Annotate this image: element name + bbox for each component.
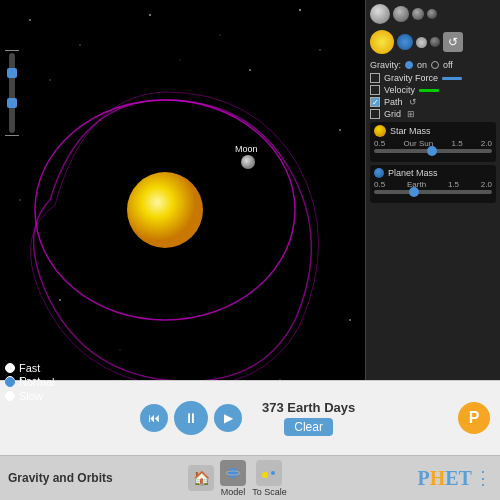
velocity-checkbox[interactable] xyxy=(370,85,380,95)
gravity-force-checkbox[interactable] xyxy=(370,73,380,83)
vertical-slider-thumb-top[interactable] xyxy=(7,68,17,78)
nav-icons: 🏠 Model To Scale xyxy=(188,460,287,497)
body-extra-icon[interactable] xyxy=(430,37,440,47)
playback-controls: ⏮ ⏸ ▶ xyxy=(140,401,242,435)
svg-text:Moon: Moon xyxy=(235,144,258,154)
normal-radio-icon[interactable] xyxy=(5,377,15,387)
svg-point-16 xyxy=(349,319,351,321)
scale-icon xyxy=(261,465,277,481)
vertical-slider[interactable] xyxy=(5,50,19,136)
gravity-off-label: off xyxy=(443,60,453,70)
model-icon-bg xyxy=(220,460,246,486)
velocity-indicator xyxy=(419,89,439,92)
earth-days-display: 373 Earth Days xyxy=(262,400,355,415)
planet-mass-label: Planet Mass xyxy=(388,168,438,178)
planet-mass-dot xyxy=(374,168,384,178)
gravity-force-label: Gravity Force xyxy=(384,73,438,83)
grid-checkbox-row: Grid ⊞ xyxy=(370,109,496,119)
svg-point-14 xyxy=(119,349,120,350)
simulation-area: Moon xyxy=(0,0,370,420)
fast-label: Fast xyxy=(19,362,40,374)
star-mass-thumb[interactable] xyxy=(427,146,437,156)
gravity-force-checkbox-row: Gravity Force xyxy=(370,73,496,83)
velocity-label: Velocity xyxy=(384,85,415,95)
model-planet-icon xyxy=(225,465,241,481)
home-icon-bg: 🏠 xyxy=(188,465,214,491)
body-custom-icon[interactable] xyxy=(370,4,390,24)
planet-mass-header: Planet Mass xyxy=(374,168,492,178)
slider-tick xyxy=(5,50,19,51)
planet-mass-min: 0.5 xyxy=(374,180,385,189)
svg-point-11 xyxy=(339,129,341,131)
reset-button[interactable]: ↺ xyxy=(443,32,463,52)
normal-label: Normal xyxy=(19,376,54,388)
svg-point-2 xyxy=(79,44,81,46)
vertical-slider-track[interactable] xyxy=(9,53,15,133)
planet-mass-slider[interactable] xyxy=(374,190,492,194)
svg-point-5 xyxy=(299,9,301,11)
velocity-checkbox-row: Velocity xyxy=(370,85,496,95)
svg-point-4 xyxy=(219,34,220,35)
body-selector-row1 xyxy=(370,4,496,24)
phet-logo-area: PHET ⋮ xyxy=(418,467,492,490)
slider-tick-bottom xyxy=(5,135,19,136)
svg-point-12 xyxy=(19,199,21,201)
moon-body-icon[interactable] xyxy=(416,37,427,48)
svg-point-6 xyxy=(49,79,51,81)
planet-mass-max1: 1.5 xyxy=(448,180,459,189)
star-mass-max2: 2.0 xyxy=(481,139,492,148)
speed-normal-overlay[interactable]: Normal xyxy=(5,376,54,388)
play-button[interactable]: ▶ xyxy=(214,404,242,432)
svg-point-3 xyxy=(149,14,151,16)
star-mass-slider[interactable] xyxy=(374,149,492,153)
gravity-on-label: on xyxy=(417,60,427,70)
model-button[interactable]: Model xyxy=(220,460,246,497)
body-moon-small-icon[interactable] xyxy=(412,8,424,20)
slow-label: Slow xyxy=(19,390,43,402)
gravity-off-radio[interactable] xyxy=(431,61,439,69)
pause-button[interactable]: ⏸ xyxy=(174,401,208,435)
model-label: Model xyxy=(221,487,246,497)
star-mass-max1: 1.5 xyxy=(451,139,462,148)
home-button[interactable]: 🏠 xyxy=(188,465,214,492)
star-mass-label: Star Mass xyxy=(390,126,431,136)
earth-body-icon[interactable] xyxy=(397,34,413,50)
gravity-on-radio[interactable] xyxy=(405,61,413,69)
home-icon: 🏠 xyxy=(193,470,210,486)
scale-button[interactable]: To Scale xyxy=(252,460,287,497)
rewind-button[interactable]: ⏮ xyxy=(140,404,168,432)
phet-small-icon: P xyxy=(469,409,480,427)
svg-point-21 xyxy=(241,155,255,169)
speed-slow-overlay[interactable]: Slow xyxy=(5,390,54,402)
planet-mass-thumb[interactable] xyxy=(409,187,419,197)
planet-mass-max2: 2.0 xyxy=(481,180,492,189)
earth-days-section: 373 Earth Days Clear xyxy=(262,400,355,436)
right-panel: ↺ Gravity: on off Gravity Force Velocity… xyxy=(365,0,500,380)
body-tiny-icon[interactable] xyxy=(427,9,437,19)
svg-point-24 xyxy=(262,472,268,478)
star-mass-min: 0.5 xyxy=(374,139,385,148)
bottom-nav: Gravity and Orbits 🏠 Model xyxy=(0,455,500,500)
grid-label: Grid xyxy=(384,109,401,119)
gravity-force-indicator xyxy=(442,77,462,80)
speed-fast-overlay[interactable]: Fast xyxy=(5,362,54,374)
svg-point-25 xyxy=(271,471,275,475)
vertical-slider-thumb-bottom[interactable] xyxy=(7,98,17,108)
grid-checkbox[interactable] xyxy=(370,109,380,119)
sun-body-icon[interactable] xyxy=(370,30,394,54)
phet-menu-button[interactable]: ⋮ xyxy=(474,467,492,489)
fast-radio-icon[interactable] xyxy=(5,363,15,373)
gravity-control: Gravity: on off xyxy=(370,60,496,70)
slow-radio-icon[interactable] xyxy=(5,391,15,401)
phet-small-button[interactable]: P xyxy=(458,402,490,434)
path-checkbox[interactable]: ✓ xyxy=(370,97,380,107)
star-mass-header: Star Mass xyxy=(374,125,492,137)
scale-label: To Scale xyxy=(252,487,287,497)
grid-icon: ⊞ xyxy=(407,109,415,119)
app-title: Gravity and Orbits xyxy=(8,471,113,485)
gravity-label: Gravity: xyxy=(370,60,401,70)
clear-button[interactable]: Clear xyxy=(284,418,333,436)
body-planet-icon[interactable] xyxy=(393,6,409,22)
svg-point-22 xyxy=(228,468,238,478)
svg-point-1 xyxy=(29,19,31,21)
